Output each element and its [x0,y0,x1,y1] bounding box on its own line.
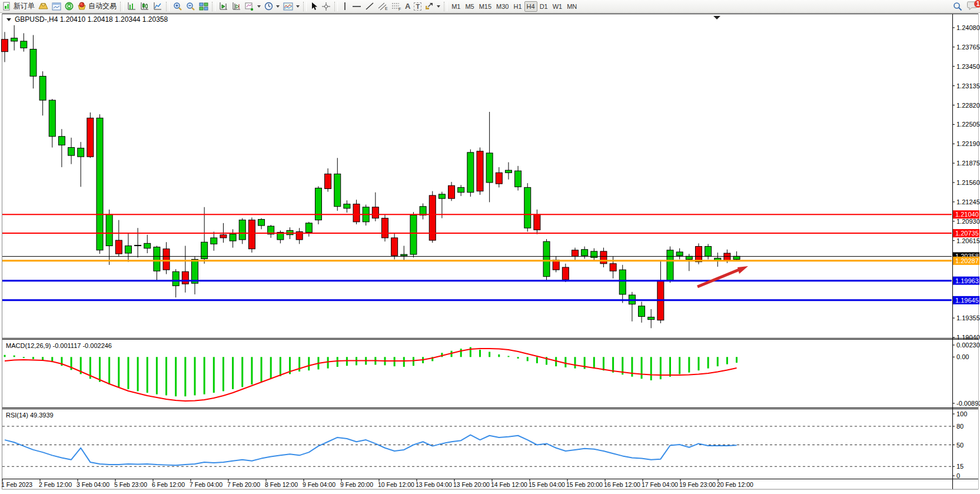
fibonacci-icon: F [391,2,401,11]
auto-scroll-button[interactable] [230,1,243,12]
new-order-button[interactable]: 新订单 [1,1,36,12]
candle-body [610,264,616,271]
bar-chart-type-button[interactable] [125,1,138,12]
timeframe-button-MN[interactable]: MN [564,1,579,12]
candle-body [353,204,360,222]
timeframe-button-M5[interactable]: M5 [463,1,476,12]
shapes-tool-button[interactable] [423,1,442,12]
date-tick-label: 7 Feb 04:00 [190,481,222,488]
price-tick-label: 1.20615 [956,237,980,244]
crosshair-button[interactable] [320,1,333,12]
text-label-tool-button[interactable]: T [412,1,423,12]
equidistant-channel-icon: E [378,2,388,11]
symbol-dropdown-icon[interactable] [6,18,11,21]
timeframe-button-M15[interactable]: M15 [477,1,494,12]
trendline-tool-button[interactable] [363,1,376,12]
toolbar-separator [212,2,215,11]
signal-button[interactable] [63,1,75,12]
candle-body [239,220,245,240]
candle-body [58,137,65,145]
date-tick-label: 15 Feb 04:00 [529,481,565,488]
price-badge-label: 1.20735 [955,230,979,237]
candle-body [524,187,531,228]
line-chart-type-button[interactable] [151,1,164,12]
cursor-button[interactable] [308,1,320,12]
candle-body [562,267,569,280]
candle-body [220,235,227,238]
candle-body [11,38,18,41]
price-tick-label: 1.24080 [956,24,980,31]
zoom-in-button[interactable] [171,1,184,12]
chat-button[interactable]: 1 [967,1,978,12]
timeframe-button-H1[interactable]: H1 [511,1,524,12]
date-tick-label: 10 Feb 12:00 [378,481,414,488]
period-clock-button[interactable] [263,1,281,12]
new-order-label: 新订单 [14,1,35,11]
date-tick-label: 8 Feb 12:00 [265,481,298,488]
timeframe-button-D1[interactable]: D1 [537,1,550,12]
chart-area[interactable]: GBPUSD-,H4 1.20410 1.20418 1.20344 1.203… [0,13,980,494]
channel-tool-button[interactable]: E [376,1,390,12]
search-icon[interactable] [953,2,962,11]
chart-window-icon [52,2,61,11]
chart-template-icon [283,2,293,11]
price-tick-label: 1.21560 [956,179,980,186]
macd-tick-label: 0.00 [956,353,969,360]
candle-body [49,100,55,137]
price-axis: 1.240801.237651.234501.231351.228201.225… [952,24,980,479]
fibonacci-tool-button[interactable]: F [390,1,403,12]
price-tick-label: 1.23450 [956,63,980,70]
price-tick-label: 1.20930 [956,218,980,225]
new-order-icon [3,2,12,11]
autotrade-button[interactable]: 自动交易 [75,1,118,12]
date-tick-label: 20 Feb 12:00 [717,481,753,488]
chart-shift-button[interactable] [217,1,230,12]
timeframe-button-M1[interactable]: M1 [449,1,463,12]
candle-body [382,218,388,238]
chart-canvas[interactable]: GBPUSD-,H4 1.20410 1.20418 1.20344 1.203… [0,13,980,494]
candle-body [163,249,170,270]
zoom-in-icon [173,2,182,11]
notification-badge: 1 [974,0,980,8]
toolbar: 新订单 自动交易 [0,0,980,13]
candle-body [125,246,131,253]
horizontal-line-tool-button[interactable] [350,1,363,12]
trend-arrow-annotation[interactable] [697,266,748,287]
candle-body [515,171,521,187]
date-tick-label: 3 Feb 04:00 [77,481,109,488]
candlestick-chart-type-button[interactable] [138,1,151,12]
date-tick-label: 16 Feb 12:00 [604,481,640,488]
dropdown-caret [437,5,440,8]
gold-ingot-button[interactable] [36,1,50,12]
timeframe-button-M30[interactable]: M30 [494,1,511,12]
candle-body [572,250,579,256]
chart-template-button[interactable] [281,1,301,12]
vertical-line-tool-button[interactable] [340,1,350,12]
last-bar-marker-icon [713,16,720,19]
tile-windows-button[interactable] [197,1,210,12]
zoom-out-icon [186,2,195,11]
candle-body [695,247,702,262]
timeframe-button-W1[interactable]: W1 [550,1,565,12]
toolbar-separator [120,2,124,11]
toolbar-separator [444,2,447,11]
candle-body [144,243,151,248]
candle-body [2,39,8,52]
chart-window-button[interactable] [50,1,63,12]
timeframe-button-H4[interactable]: H4 [524,1,537,12]
add-indicator-button[interactable] [243,1,263,12]
date-tick-label: 13 Feb 20:00 [453,481,490,488]
auto-scroll-icon [232,2,241,11]
candle-body [258,220,265,226]
chart-shift-icon [219,2,228,11]
bar-chart-icon [127,2,137,11]
date-axis: 1 Feb 20232 Feb 12:003 Feb 04:005 Feb 23… [1,479,753,489]
trendline-icon [365,2,374,11]
candle-body [410,215,417,254]
zoom-out-button[interactable] [184,1,197,12]
candle-body [449,185,455,198]
macd-tick-label: -0.008939 [956,400,980,407]
signal-icon [65,2,74,11]
candle-body [505,170,511,173]
text-tool-button[interactable]: A [403,1,412,12]
